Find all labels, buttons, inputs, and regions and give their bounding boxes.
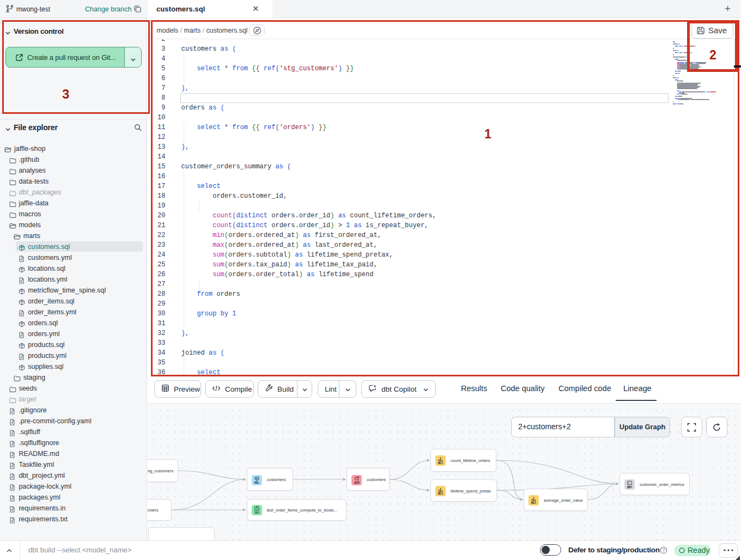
svg-text:SEM: SEM	[354, 481, 360, 485]
svg-text:QRY: QRY	[627, 485, 633, 489]
svg-text:MET: MET	[438, 462, 444, 466]
svg-text:MDL: MDL	[254, 481, 259, 485]
svg-text:MET: MET	[438, 492, 444, 496]
svg-text:?: ?	[663, 547, 665, 553]
svg-text:TST: TST	[254, 512, 259, 515]
svg-text:MET: MET	[531, 501, 537, 505]
